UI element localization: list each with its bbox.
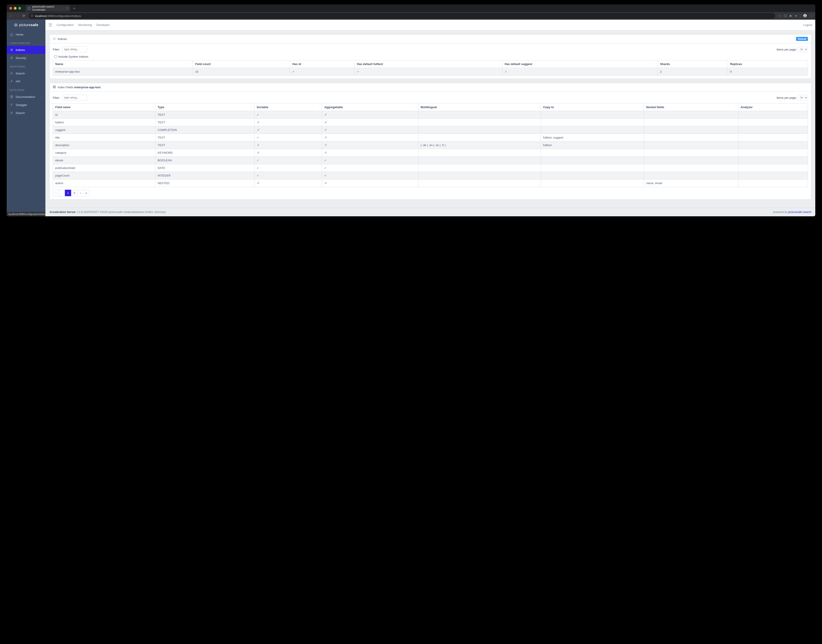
browser-tab[interactable]: picturesafe-search Acceleratio × [26, 5, 70, 11]
window-zoom-icon[interactable] [18, 7, 21, 9]
col-copy-to[interactable]: Copy to↑ [541, 103, 644, 111]
cell-multilingual [418, 172, 541, 179]
table-row[interactable]: suggestCOMPLETION✗✗ [53, 126, 808, 134]
col-multilingual[interactable]: Multilingual↑ [418, 103, 541, 111]
address-field[interactable]: ⓘ localhost:8080/configuration/indices [28, 13, 775, 19]
col-aggregatable[interactable]: Aggregatable↑ [322, 103, 418, 111]
table-row[interactable]: idTEXT✓✗ [53, 111, 808, 119]
page-1[interactable]: 1 [65, 190, 71, 196]
table-row[interactable]: authorNESTED✗✗name, email [53, 179, 808, 187]
table-row[interactable]: fulltextTEXT✗✗ [53, 119, 808, 126]
close-icon[interactable]: × [66, 7, 68, 10]
sort-icon: ↑ [190, 62, 191, 66]
svg-point-13 [11, 73, 12, 74]
page-next[interactable]: › [77, 190, 83, 196]
window-close-icon[interactable] [9, 7, 12, 9]
sidebar-item-documentation[interactable]: Documentation ‹ [7, 93, 45, 101]
sidebar-item-swagger[interactable]: Swagger [7, 101, 45, 109]
filter-label: Filter: [53, 48, 60, 51]
sidebar-item-label: Swagger [15, 103, 27, 107]
cell-type: TEXT [155, 119, 254, 126]
cell-aggregatable: ✗ [322, 179, 418, 187]
star-icon[interactable]: ☆ [778, 14, 781, 18]
filter-input[interactable] [62, 46, 87, 52]
list-icon [53, 37, 56, 41]
menu-toggle-icon[interactable]: ☰ [49, 23, 52, 28]
topnav-configuration[interactable]: Configuration [57, 23, 74, 27]
sidebar-item-label: Documentation [15, 95, 35, 98]
table-row[interactable]: pageCountINTEGER✓✓ [53, 172, 808, 179]
profile-icon[interactable] [803, 14, 807, 18]
include-system-checkbox[interactable] [54, 55, 57, 58]
col-analyzer[interactable]: Analyzer↑ [738, 103, 808, 111]
table-row[interactable]: descriptionTEXT✗✗[ .de | .en | .es | .fr… [53, 141, 808, 149]
brand[interactable]: picturesafe [7, 20, 45, 31]
cell-copy_to [541, 172, 644, 179]
back-icon[interactable]: ← [9, 14, 13, 18]
col-replicas[interactable]: Replicas↑ [728, 60, 808, 68]
page-prev[interactable]: ‹ [59, 190, 65, 196]
col-sortable[interactable]: Sortable↑ [254, 103, 322, 111]
react-devtools-icon[interactable]: ✱ [789, 14, 792, 18]
sort-icon: ↑ [287, 62, 288, 66]
sidebar-item-search[interactable]: Search [7, 69, 45, 77]
window-minimize-icon[interactable] [14, 7, 17, 9]
table-row[interactable]: categoryKEYWORD✗✗ [53, 149, 808, 156]
extension-icon[interactable]: ⓘ [784, 14, 787, 18]
footer-powered-by-link[interactable]: picturesafe-search [788, 210, 811, 214]
sidebar-item-security[interactable]: Security [7, 54, 45, 62]
forward-icon[interactable]: → [16, 14, 19, 18]
filter-input[interactable] [62, 95, 87, 101]
table-row[interactable]: ebookBOOLEAN✓✓ [53, 156, 808, 164]
col-field-name[interactable]: Field name↑ [53, 103, 155, 111]
topnav-developer[interactable]: Developer [96, 23, 109, 27]
items-per-page-select[interactable]: 10 [798, 95, 808, 100]
topnav-logout[interactable]: Logout [803, 23, 812, 27]
vue-devtools-icon[interactable]: ▼ [794, 14, 797, 18]
col-type[interactable]: Type↑ [155, 103, 254, 111]
sidebar-item-home[interactable]: Home [7, 31, 45, 38]
sidebar-item-api[interactable]: API [7, 77, 45, 85]
items-per-page-select[interactable]: 10 [798, 47, 808, 52]
document-icon [10, 95, 14, 98]
col-name[interactable]: Name↑ [53, 60, 193, 68]
col-has-id[interactable]: Has id↑ [290, 60, 355, 68]
reload-icon[interactable]: ⟳ [22, 14, 25, 18]
cell-analyzer [738, 164, 808, 172]
footer-app-name: Acceleration Server [49, 210, 75, 214]
topnav-monitoring[interactable]: Monitoring [78, 23, 92, 27]
sidebar-item-indices[interactable]: Indices [7, 46, 45, 54]
col-has-suggest[interactable]: Has default suggest↑ [502, 60, 658, 68]
sort-icon: ↑ [735, 106, 736, 109]
grid-icon [53, 85, 56, 89]
cell-copy_to [541, 149, 644, 156]
page-first[interactable]: « [53, 190, 59, 196]
table-row[interactable]: titleTEXT✓✗fulltext, suggest [53, 134, 808, 141]
page-last[interactable]: » [83, 190, 89, 196]
footer-powered-by-prefix: powered by [773, 210, 788, 214]
col-shards[interactable]: Shards↑ [658, 60, 728, 68]
cell-analyzer [738, 149, 808, 156]
col-nested-fields[interactable]: Nested fields↑ [644, 103, 738, 111]
cell-sortable: ✓ [254, 134, 322, 141]
cell-type: DATE [155, 164, 254, 172]
new-tab-button[interactable]: ＋ [72, 6, 76, 11]
sidebar-section-developer: DEVELOPER [7, 85, 45, 93]
kebab-menu-icon[interactable]: ⋮ [810, 14, 813, 18]
sidebar-minimize-button[interactable]: ‹ [7, 204, 45, 212]
sidebar-item-dev-search[interactable]: Search [7, 109, 45, 117]
page-2[interactable]: 2 [71, 190, 78, 196]
sidebar-item-label: Home [15, 33, 23, 36]
col-field-count[interactable]: Field count↑ [193, 60, 290, 68]
cell-field_count: 10 [193, 68, 290, 75]
sort-icon: ↑ [805, 62, 806, 66]
cell-type: TEXT [155, 134, 254, 141]
cell-nested_fields [644, 119, 738, 126]
table-row[interactable]: enterprise-app-test10✓✓✓20 [53, 68, 808, 75]
reload-button[interactable]: Reload [796, 37, 808, 41]
brand-name-light: picture [19, 23, 31, 27]
site-info-icon[interactable]: ⓘ [31, 14, 33, 18]
cell-copy_to [541, 164, 644, 172]
table-row[interactable]: publicationDateDATE✓✓ [53, 164, 808, 172]
col-has-fulltext[interactable]: Has default fulltext↑ [355, 60, 502, 68]
